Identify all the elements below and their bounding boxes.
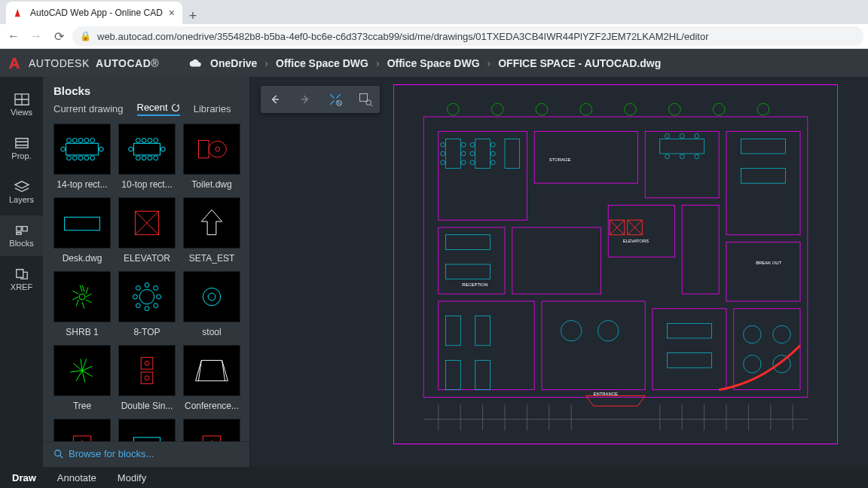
svg-text:ELEVATORS: ELEVATORS: [623, 239, 649, 243]
svg-rect-105: [668, 323, 712, 338]
svg-point-117: [625, 103, 637, 115]
svg-point-109: [744, 355, 762, 374]
reload-button[interactable]: ⟳: [50, 27, 68, 45]
svg-point-5: [90, 138, 95, 142]
svg-point-77: [461, 142, 466, 147]
rail-layers[interactable]: Layers: [0, 172, 43, 212]
block-partial-2[interactable]: [118, 419, 176, 441]
block-shrb1[interactable]: SHRB 1: [53, 271, 111, 337]
block-tree[interactable]: Tree: [53, 345, 111, 411]
crumb[interactable]: Office Space DWG: [276, 57, 368, 69]
svg-point-21: [154, 156, 158, 160]
svg-rect-55: [439, 132, 527, 221]
block-conference[interactable]: Conference...: [183, 345, 240, 411]
block-toilet[interactable]: Toilet.dwg: [183, 124, 240, 190]
svg-point-113: [448, 103, 460, 115]
svg-rect-106: [668, 353, 712, 368]
floor-plan-drawing[interactable]: ELEVATORS STORAGE RECEPTION BREAK OUT EN…: [393, 84, 838, 444]
svg-point-53: [366, 100, 371, 105]
svg-point-76: [441, 160, 445, 165]
svg-point-50: [55, 450, 61, 456]
stool-icon: [184, 272, 240, 322]
svg-point-118: [669, 103, 681, 115]
block-14-top-rect[interactable]: 14-top rect...: [53, 124, 111, 190]
rail-xref[interactable]: XREF: [0, 259, 43, 300]
blocks-grid: 14-top rect... 10-top rect... Toilet.dwg…: [53, 124, 242, 441]
undo-button[interactable]: [267, 91, 283, 108]
svg-point-43: [145, 361, 149, 365]
tab-current-drawing[interactable]: Current drawing: [53, 102, 124, 116]
address-bar[interactable]: 🔒 web.autocad.com/onedrive/355482b8-b5ba…: [72, 26, 863, 46]
svg-point-119: [713, 103, 725, 115]
drawing-canvas[interactable]: ELEVATORS STORAGE RECEPTION BREAK OUT EN…: [250, 77, 868, 467]
block-8-top[interactable]: 8-TOP: [118, 271, 176, 337]
panel-tabs: Current drawing Recent Libraries: [43, 102, 249, 124]
svg-rect-99: [446, 316, 461, 346]
close-icon[interactable]: ×: [169, 7, 175, 19]
brand-text: AUTODESK AUTOCAD®: [29, 57, 159, 69]
svg-point-108: [773, 325, 791, 343]
tab-modify[interactable]: Modify: [118, 472, 146, 483]
svg-point-23: [160, 147, 165, 151]
block-elevator[interactable]: ELEVATOR: [118, 197, 176, 264]
tab-recent[interactable]: Recent: [137, 102, 180, 116]
svg-rect-97: [446, 235, 491, 250]
browser-toolbar: ← → ⟳ 🔒 web.autocad.com/onedrive/355482b…: [0, 24, 868, 49]
redo-button[interactable]: [297, 91, 313, 108]
block-double-sink[interactable]: Double Sin...: [118, 345, 176, 411]
svg-rect-88: [660, 139, 704, 154]
svg-rect-13: [133, 143, 160, 155]
tree-icon: [54, 346, 110, 395]
quick-access-toolbar: [261, 86, 380, 113]
svg-point-20: [148, 156, 152, 160]
block-partial-1[interactable]: [53, 419, 111, 441]
block-desk[interactable]: Desk.dwg: [53, 197, 111, 264]
layers-icon: [14, 180, 30, 194]
rail-views[interactable]: Views: [0, 84, 43, 125]
svg-point-10: [90, 156, 95, 160]
back-button[interactable]: ←: [5, 27, 23, 45]
svg-rect-52: [360, 94, 368, 102]
autocad-app: AUTODESK AUTOCAD® OneDrive› Office Space…: [0, 49, 868, 488]
block-partial-3[interactable]: [183, 419, 240, 441]
app-body: Views Prop. Layers Blocks XREF Blocks: [0, 77, 868, 467]
svg-point-15: [142, 138, 146, 142]
svg-rect-67: [734, 309, 800, 390]
block-extra-icon: [119, 433, 175, 441]
forward-button[interactable]: →: [27, 27, 45, 45]
rail-properties[interactable]: Prop.: [0, 128, 43, 169]
crumb[interactable]: OFFICE SPACE - AUTOCAD.dwg: [498, 57, 661, 69]
crumb[interactable]: Office Space DWG: [387, 57, 480, 69]
svg-rect-48: [203, 436, 220, 441]
bottom-tabs: Draw Annotate Modify: [0, 467, 868, 488]
block-stool[interactable]: stool: [183, 271, 240, 337]
svg-rect-65: [542, 301, 645, 390]
toilet-icon: [184, 124, 240, 174]
blocks-scroller[interactable]: 14-top rect... 10-top rect... Toilet.dwg…: [43, 124, 249, 441]
block-10-top-rect[interactable]: 10-top rect...: [118, 124, 176, 190]
browser-tab[interactable]: AutoCAD Web App - Online CAD ×: [6, 2, 182, 24]
svg-point-114: [491, 103, 503, 115]
rail-blocks[interactable]: Blocks: [0, 215, 43, 256]
svg-point-17: [154, 138, 158, 142]
zoom-window-button[interactable]: [357, 91, 374, 108]
svg-rect-66: [653, 309, 726, 390]
browser-tab-strip: AutoCAD Web App - Online CAD × +: [0, 0, 868, 24]
svg-point-103: [561, 320, 581, 340]
svg-rect-41: [141, 357, 153, 369]
svg-point-38: [136, 285, 140, 290]
tab-annotate[interactable]: Annotate: [57, 472, 96, 483]
tab-draw[interactable]: Draw: [12, 472, 36, 483]
crumb[interactable]: OneDrive: [210, 57, 257, 69]
zoom-extents-button[interactable]: [327, 91, 344, 108]
block-seta-est[interactable]: SETA_EST: [183, 197, 240, 264]
tab-libraries[interactable]: Libraries: [194, 102, 231, 116]
svg-point-4: [84, 138, 89, 142]
svg-rect-73: [446, 139, 461, 168]
browse-for-blocks[interactable]: Browse for blocks...: [43, 441, 249, 467]
svg-point-39: [203, 288, 220, 305]
shrub-icon: [54, 272, 110, 322]
svg-point-9: [84, 156, 89, 160]
autocad-logo-icon[interactable]: [0, 49, 29, 77]
new-tab-button[interactable]: +: [182, 8, 203, 24]
